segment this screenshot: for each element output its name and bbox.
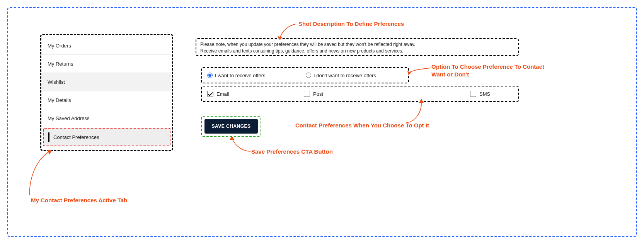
arrow-icon (229, 136, 253, 153)
sidebar-item-label: My Orders (48, 43, 71, 49)
radio-dont-want-offers[interactable]: I don't want to receive offers (300, 73, 382, 78)
checkbox-email[interactable]: Email (207, 91, 304, 97)
preferences-description: Please note, when you update your prefer… (196, 38, 519, 56)
checkbox-icon (304, 91, 310, 97)
checkbox-label: Post (313, 91, 323, 97)
description-line-2: Receive emails and texts containing tips… (200, 48, 514, 54)
sidebar-item-label: My Saved Address (48, 115, 89, 121)
sidebar-item-wishlist[interactable]: Wishlist (42, 73, 171, 91)
arrow-icon (277, 21, 300, 40)
save-changes-button[interactable]: SAVE CHANGES (204, 119, 257, 134)
sidebar-item-returns[interactable]: My Returns (42, 55, 171, 73)
arrow-icon (22, 150, 53, 198)
radio-label: I want to receive offers (215, 73, 266, 78)
checkbox-label: SMS (479, 91, 490, 97)
sidebar-item-label: Contact Preferences (53, 134, 99, 140)
checkbox-label: Email (216, 91, 229, 97)
radio-want-offers[interactable]: I want to receive offers (202, 73, 300, 78)
checkbox-sms[interactable]: SMS (470, 91, 490, 97)
radio-label: I don't want to receive offers (313, 73, 376, 78)
sidebar-item-label: My Details (48, 97, 71, 103)
sidebar-item-orders[interactable]: My Orders (42, 37, 171, 54)
checkbox-post[interactable]: Post (304, 91, 470, 97)
sidebar: My Orders My Returns Wishlist My Details… (40, 34, 173, 151)
radio-icon (207, 73, 213, 78)
checkbox-icon (470, 91, 476, 97)
annotation-active-tab: My Contact Preferences Active Tab (31, 197, 127, 203)
sidebar-item-label: My Returns (48, 61, 73, 67)
sidebar-item-address[interactable]: My Saved Address (42, 109, 171, 127)
sidebar-item-contact-preferences-active[interactable]: Contact Preferences (43, 128, 170, 146)
svg-marker-0 (278, 36, 282, 40)
sidebar-item-details[interactable]: My Details (42, 91, 171, 109)
arrow-icon (407, 66, 434, 81)
arrow-icon (404, 99, 427, 126)
svg-marker-3 (230, 136, 234, 140)
active-indicator (48, 132, 49, 142)
annotation-button: Save Preferences CTA Button (251, 148, 333, 155)
offer-options-row: I want to receive offers I don't want to… (201, 67, 409, 83)
annotation-description: Shot Description To Define Prferences (298, 20, 404, 27)
save-button-highlight: SAVE CHANGES (201, 116, 261, 137)
description-line-1: Please note, when you update your prefer… (200, 41, 514, 48)
channel-options-row: Email Post SMS (201, 86, 519, 102)
annotation-options: Option To Choose Preference To Contact W… (431, 63, 555, 78)
sidebar-item-label: Wishlist (48, 79, 65, 85)
diagram-canvas: My Orders My Returns Wishlist My Details… (7, 7, 637, 237)
svg-marker-2 (419, 99, 424, 103)
radio-icon (306, 73, 311, 78)
checkbox-icon (207, 91, 213, 97)
